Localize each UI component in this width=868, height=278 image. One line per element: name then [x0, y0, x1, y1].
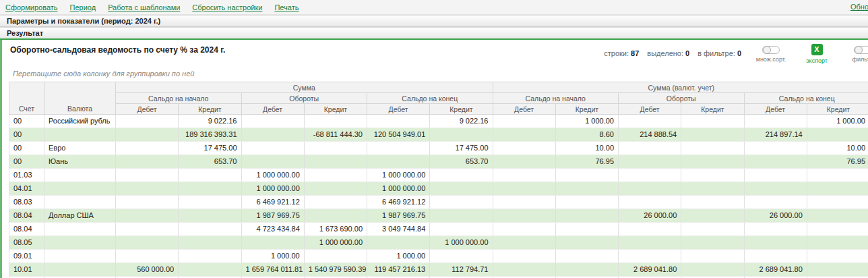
- col-header-debit[interactable]: Дебет: [619, 104, 681, 115]
- cell-amount: 2 689 041.80: [619, 263, 681, 277]
- col-header-debit[interactable]: Дебет: [116, 104, 179, 115]
- col-header-account[interactable]: Счет: [9, 82, 44, 115]
- table-row[interactable]: 04.011 000 000.001 000 000.00: [9, 182, 868, 196]
- cell-amount: [179, 263, 241, 277]
- cell-amount: [493, 209, 555, 223]
- section-result[interactable]: Результат: [0, 27, 868, 40]
- menu-item-period[interactable]: Период: [70, 3, 96, 11]
- cell-amount: [681, 209, 744, 223]
- cell-amount: 214 897.14: [744, 128, 807, 142]
- cell-amount: 4 723 434.84: [241, 223, 304, 236]
- cell-amount: 26 000.00: [744, 209, 807, 223]
- multisort-label: множ.сорт.: [756, 56, 786, 63]
- cell-amount: 1 673 690.00: [304, 223, 367, 236]
- cell-amount: 1 000.00: [807, 115, 868, 128]
- table-row[interactable]: 01.031 000 000.001 000 000.00: [9, 169, 868, 182]
- cell-amount: [304, 169, 367, 182]
- cell-amount: [304, 142, 367, 155]
- cell-currency: [44, 128, 116, 142]
- menu-item-refresh[interactable]: Обновить: [850, 3, 868, 11]
- group-by-drop-zone[interactable]: Перетащите сюда колонку для группировки …: [2, 65, 868, 82]
- multisort-toggle[interactable]: [762, 46, 780, 54]
- col-header-currency[interactable]: Валюта: [44, 82, 116, 115]
- cell-amount: [493, 182, 555, 196]
- subgroup-end-balance: Сальдо на конец: [367, 93, 493, 104]
- cell-amount: [555, 263, 618, 277]
- cell-amount: [744, 236, 807, 250]
- cell-amount: [555, 236, 618, 250]
- table-row[interactable]: 08.044 723 434.841 673 690.003 049 744.8…: [9, 223, 868, 236]
- subgroup-start-balance: Сальдо на начало: [493, 93, 619, 104]
- menu-item-generate[interactable]: Сформировать: [5, 3, 58, 11]
- col-header-credit[interactable]: Кредит: [304, 104, 367, 115]
- filter-toggle[interactable]: [854, 46, 868, 54]
- menu-item-print[interactable]: Печать: [274, 3, 299, 11]
- cell-amount: [807, 182, 868, 196]
- cell-amount: [116, 182, 179, 196]
- cell-amount: [619, 250, 681, 263]
- table-row[interactable]: 08.051 000 000.001 000 000.00: [9, 236, 868, 250]
- col-header-credit[interactable]: Кредит: [555, 104, 618, 115]
- cell-amount: [807, 196, 868, 209]
- col-header-debit[interactable]: Дебет: [367, 104, 430, 115]
- col-header-credit[interactable]: Кредит: [807, 104, 868, 115]
- cell-currency: [44, 182, 116, 196]
- table-row[interactable]: 00Юань653.70653.7076.9576.95: [9, 155, 868, 169]
- table-row[interactable]: 08.04Доллар США1 987 969.751 987 969.752…: [9, 209, 868, 223]
- cell-amount: [241, 128, 304, 142]
- cell-amount: [493, 236, 555, 250]
- cell-amount: [681, 250, 744, 263]
- export-excel-icon[interactable]: X: [811, 44, 823, 55]
- table-row[interactable]: 00Российский рубль9 022.169 022.161 000.…: [9, 115, 868, 128]
- cell-amount: [241, 155, 304, 169]
- cell-amount: [493, 250, 555, 263]
- cell-amount: 17 475.00: [430, 142, 493, 155]
- cell-amount: [619, 182, 681, 196]
- cell-amount: [116, 142, 179, 155]
- cell-account: 08.03: [9, 196, 44, 209]
- cell-amount: 26 000.00: [619, 209, 681, 223]
- menu-item-reset-settings[interactable]: Сбросить настройки: [192, 3, 262, 11]
- cell-amount: [367, 142, 430, 155]
- cell-amount: 8.60: [555, 128, 618, 142]
- grid-controls: множ.сорт. X экспорт фильтр: [753, 44, 868, 64]
- export-label: экспорт: [806, 57, 828, 64]
- table-row[interactable]: 08.036 469 921.126 469 921.12: [9, 196, 868, 209]
- cell-amount: [430, 250, 493, 263]
- cell-amount: [619, 196, 681, 209]
- cell-amount: [744, 182, 807, 196]
- section-parameters[interactable]: Параметры и показатели (период: 2024 г.): [0, 15, 868, 27]
- cell-amount: [304, 182, 367, 196]
- table-row[interactable]: 00Евро17 475.0017 475.0010.0010.00: [9, 142, 868, 155]
- result-panel: Оборотно-сальдовая ведомость по счету % …: [0, 40, 868, 278]
- cell-amount: [367, 155, 430, 169]
- col-header-debit[interactable]: Дебет: [493, 104, 555, 115]
- table-row[interactable]: 09.011 000.001 000.00: [9, 250, 868, 263]
- cell-amount: 1 000 000.00: [241, 169, 304, 182]
- menu-item-templates[interactable]: Работа с шаблонами: [108, 3, 180, 11]
- table-row[interactable]: 00189 316 393.31-68 811 444.30120 504 94…: [9, 128, 868, 142]
- stat-selected: выделено:0: [647, 49, 689, 57]
- col-header-credit[interactable]: Кредит: [681, 104, 744, 115]
- col-header-debit[interactable]: Дебет: [744, 104, 807, 115]
- col-header-debit[interactable]: Дебет: [241, 104, 304, 115]
- col-header-credit[interactable]: Кредит: [430, 104, 493, 115]
- subgroup-turnover: Обороты: [241, 93, 367, 104]
- cell-amount: [179, 236, 241, 250]
- cell-amount: [555, 250, 618, 263]
- cell-amount: 17 475.00: [179, 142, 241, 155]
- cell-account: 00: [9, 142, 44, 155]
- cell-account: 08.05: [9, 236, 44, 250]
- cell-amount: [304, 250, 367, 263]
- subgroup-turnover: Обороты: [619, 93, 745, 104]
- balance-table: Счет Валюта Сумма Сумма (валют. учет) Са…: [9, 82, 868, 278]
- cell-account: 08.04: [9, 223, 44, 236]
- col-header-credit[interactable]: Кредит: [179, 104, 241, 115]
- cell-amount: [555, 196, 618, 209]
- table-row[interactable]: 10.01560 000.001 659 764 011.811 540 979…: [9, 263, 868, 277]
- filter-control: фильтр: [845, 44, 868, 64]
- cell-amount: 560 000.00: [116, 263, 179, 277]
- cell-amount: [681, 128, 744, 142]
- cell-amount: [619, 236, 681, 250]
- cell-amount: [493, 128, 555, 142]
